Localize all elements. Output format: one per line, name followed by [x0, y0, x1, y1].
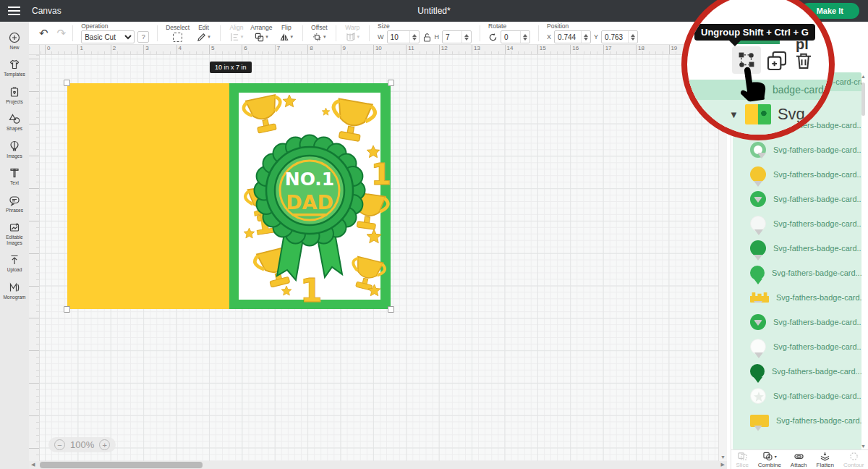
ruler-number: 5	[29, 232, 40, 242]
layer-thumbnail	[750, 191, 766, 207]
sidebar-item-projects[interactable]: Projects	[0, 82, 29, 109]
ruler-number: 18	[636, 45, 668, 54]
layer-row[interactable]: Svg-fathers-badge-card...	[733, 285, 861, 310]
sidebar-item-shapes[interactable]: Shapes	[0, 109, 29, 135]
scrollbar-thumb[interactable]	[40, 462, 203, 468]
ruler-number: 6	[242, 45, 274, 54]
card-left-panel	[67, 83, 229, 309]
hamburger-menu-icon[interactable]	[0, 0, 27, 22]
warp-button[interactable]: ▾	[344, 32, 362, 42]
ruler-number: 9	[341, 45, 373, 54]
arrange-icon	[255, 33, 264, 42]
position-y-input[interactable]	[602, 33, 628, 41]
layer-row[interactable]: Svg-fathers-badge-card...	[733, 359, 861, 384]
sidebar-item-phrases[interactable]: Phrases	[0, 190, 29, 217]
edit-toolbar: ↶ ↷ Operation Basic Cut ? Deselect Edit …	[29, 22, 731, 45]
layer-row[interactable]: Svg-fathers-badge-card...	[733, 211, 861, 236]
canvas-horizontal-scrollbar[interactable]: ◀ ▶	[29, 461, 727, 469]
scroll-down-arrow[interactable]: ▼	[720, 455, 726, 460]
combine-button[interactable]: ▾ Combine	[758, 452, 781, 468]
layer-row[interactable]: Svg-fathers-badge-card...	[733, 408, 861, 433]
layers-scrollbar[interactable]: ▲ ▼	[860, 72, 867, 450]
selection-handle[interactable]	[64, 80, 70, 86]
layer-label: Svg-fathers-badge-card...	[776, 293, 861, 302]
scroll-left-arrow[interactable]: ◀	[31, 462, 35, 468]
rotate-icon[interactable]	[488, 33, 498, 42]
selection-handle[interactable]	[64, 306, 70, 313]
zoom-control: − 100% +	[48, 437, 116, 452]
sidebar-item-images[interactable]: Images	[0, 136, 29, 163]
scroll-right-arrow[interactable]: ▶	[721, 462, 725, 468]
flatten-button[interactable]: Flatten	[817, 452, 834, 468]
arrange-button[interactable]: ▾	[253, 32, 270, 43]
height-stepper[interactable]	[442, 30, 472, 43]
rotate-stepper[interactable]	[501, 30, 530, 43]
selection-handle[interactable]	[388, 306, 394, 313]
layer-row[interactable]: Svg-fathers-badge-card...	[733, 187, 861, 211]
flip-button[interactable]: ▾	[278, 32, 295, 43]
operation-select[interactable]: Basic Cut	[81, 30, 135, 43]
design-canvas[interactable]: 10 in x 7 in	[40, 55, 718, 461]
scrollbar-thumb[interactable]	[861, 83, 865, 116]
sidebar-item-text[interactable]: Text	[0, 163, 29, 190]
width-stepper[interactable]	[387, 30, 420, 43]
sidebar-item-templates[interactable]: Templates	[0, 54, 29, 81]
position-y-stepper[interactable]	[601, 30, 638, 43]
dimension-badge: 10 in x 7 in	[210, 62, 252, 73]
balloon-icon	[9, 140, 20, 152]
editable-images-icon	[9, 221, 20, 233]
offset-button[interactable]: ▾	[311, 32, 328, 43]
sidebar-item-new[interactable]: New	[0, 28, 29, 54]
scroll-down-arrow[interactable]: ▼	[861, 444, 866, 449]
magnified-delete-button[interactable]	[793, 49, 814, 72]
ruler-number: 7	[29, 296, 40, 307]
sidebar-item-editable-images[interactable]: Editable Images	[0, 217, 29, 250]
layer-row[interactable]: Svg-fathers-badge-card...	[733, 162, 861, 187]
layer-label: Svg-fathers-badge-card...	[772, 269, 861, 277]
ruler-number: 0	[29, 69, 40, 80]
deselect-button[interactable]	[171, 32, 184, 43]
layer-row[interactable]: Svg-fathers-badge-card...	[733, 310, 861, 334]
flip-group: Flip ▾	[276, 24, 298, 43]
layer-row[interactable]: Svg-fathers-badge-card...	[733, 334, 861, 359]
layer-label: Svg-fathers-badge-card...	[773, 219, 861, 228]
rotate-input[interactable]	[501, 33, 520, 41]
zoom-in-button[interactable]: +	[99, 439, 110, 450]
position-x-stepper[interactable]	[554, 30, 591, 43]
ruler-number: 5	[209, 45, 242, 54]
canvas-label: Canvas	[32, 6, 61, 16]
layer-row[interactable]: Svg-fathers-badge-card...	[733, 261, 861, 285]
layer-thumbnail	[750, 339, 766, 355]
edit-button[interactable]: ▾	[195, 32, 212, 43]
width-input[interactable]	[388, 33, 409, 41]
undo-button[interactable]: ↶	[38, 26, 50, 41]
layer-row[interactable]: Svg-fathers-badge-card...	[733, 138, 861, 162]
ruler-number: 17	[603, 45, 636, 54]
card-artwork[interactable]: 1 1 1 NO.1	[67, 83, 391, 309]
slice-button[interactable]: Slice	[736, 452, 749, 468]
layer-row[interactable]: Svg-fathers-badge-card...	[733, 384, 861, 408]
sidebar-item-upload[interactable]: Upload	[0, 250, 29, 276]
layer-row[interactable]: Svg-fathers-badge-card...	[733, 236, 861, 261]
height-input[interactable]	[443, 33, 461, 41]
operation-help-button[interactable]: ?	[137, 31, 149, 43]
ruler-number: 6	[29, 264, 40, 275]
size-group: Size W H	[375, 22, 475, 43]
sidebar-item-monogram[interactable]: Monogram	[0, 277, 29, 304]
selection-handle[interactable]	[388, 80, 394, 86]
layer-thumbnail	[750, 266, 765, 280]
align-button[interactable]: ▾	[229, 32, 245, 43]
contour-button[interactable]: Contour	[843, 452, 864, 468]
svg-text:1: 1	[300, 272, 323, 309]
ruler-number: 0	[45, 45, 77, 54]
zoom-out-button[interactable]: −	[54, 439, 65, 450]
scroll-up-arrow[interactable]: ▲	[861, 74, 866, 79]
layer-label: Svg-fathers-badge-card...	[773, 392, 861, 400]
lock-icon[interactable]	[423, 33, 431, 42]
ruler-number: 4	[29, 199, 40, 210]
position-x-input[interactable]	[555, 33, 581, 41]
attach-button[interactable]: Attach	[791, 452, 807, 468]
layer-thumbnail	[750, 216, 766, 232]
svg-text:1: 1	[371, 158, 391, 191]
redo-button[interactable]: ↷	[56, 26, 68, 41]
